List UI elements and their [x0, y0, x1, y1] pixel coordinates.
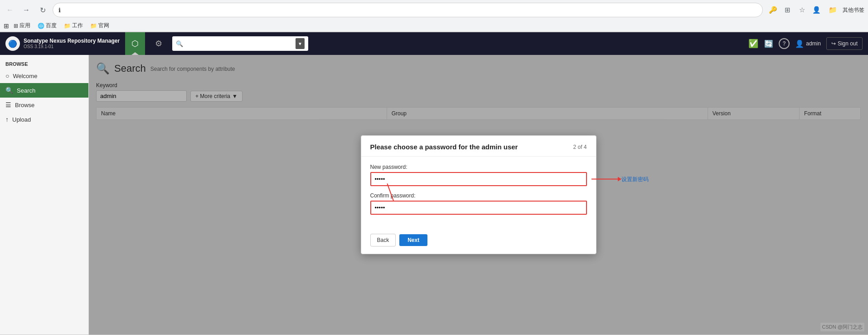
nav-search-bar[interactable]: 🔍 admin ▼ [172, 36, 308, 51]
url-input[interactable]: localhost:8081/#/browse/search=keyword%3… [63, 7, 757, 14]
bookmark-apps[interactable]: ⊞ 应用 [11, 21, 33, 30]
lock-icon: ℹ [58, 7, 61, 14]
sidebar: Browse ○ Welcome 🔍 Search ☰ Browse ↑ Upl… [0, 55, 89, 335]
address-bar[interactable]: ℹ localhost:8081/#/browse/search=keyword… [53, 3, 763, 17]
key-icon-btn[interactable]: 🔑 [766, 4, 779, 16]
bookmark-baidu[interactable]: 🌐 百度 [35, 21, 59, 30]
confirm-password-group: Confirm password: [370, 192, 587, 215]
sidebar-item-browse[interactable]: ☰ Browse [0, 98, 88, 112]
bookmark-star-btn[interactable]: ☆ [795, 4, 808, 16]
app-title: Sonatype Nexus Repository Manager [24, 38, 120, 44]
app-layout: 🔵 Sonatype Nexus Repository Manager OSS … [0, 32, 868, 335]
translate-icon-btn[interactable]: ⊞ [781, 4, 794, 16]
app-version: OSS 3.19.1-01 [24, 44, 120, 49]
cube-icon: ⬡ [131, 39, 139, 49]
user-menu[interactable]: 👤 admin [795, 39, 821, 48]
bookmark-official[interactable]: 📁 官网 [87, 21, 112, 30]
baidu-icon: 🌐 [38, 23, 44, 29]
nav-search-input[interactable]: admin [185, 40, 294, 47]
new-password-input[interactable] [370, 172, 587, 186]
modal-title: Please choose a password for the admin u… [370, 143, 518, 151]
signout-button[interactable]: ↪ Sign out [826, 37, 863, 50]
status-icon: ✅ [748, 38, 759, 49]
signout-icon: ↪ [831, 40, 836, 47]
next-button-modal[interactable]: Next [399, 234, 427, 246]
reload-button[interactable]: ↻ [36, 4, 49, 16]
password-modal: Please choose a password for the admin u… [361, 135, 596, 254]
confirm-password-label: Confirm password: [370, 192, 587, 199]
apps-bookmark-icon: ⊞ [14, 23, 18, 29]
browser-chrome: ← → ↻ ℹ localhost:8081/#/browse/search=k… [0, 0, 868, 32]
app-title-block: Sonatype Nexus Repository Manager OSS 3.… [24, 38, 120, 49]
new-password-group: New password: 设置新密码 [370, 164, 587, 186]
sidebar-item-welcome[interactable]: ○ Welcome [0, 69, 88, 83]
nav-cube-button[interactable]: ⬡ [125, 32, 145, 55]
upload-icon: ↑ [5, 116, 9, 123]
search-icon: 🔍 [176, 40, 183, 47]
apps-icon: ⊞ [4, 22, 9, 30]
search-toggle-btn[interactable]: ▼ [296, 38, 305, 49]
confirm-password-wrapper [370, 201, 587, 215]
forward-button[interactable]: → [20, 4, 33, 16]
sidebar-item-upload[interactable]: ↑ Upload [0, 112, 88, 127]
modal-step: 2 of 4 [573, 144, 587, 150]
other-bookmarks-label: 其他书签 [843, 6, 864, 14]
logo-icon: 🔵 [5, 36, 20, 51]
welcome-icon: ○ [5, 72, 9, 79]
modal-header: Please choose a password for the admin u… [361, 136, 596, 157]
profile-icon-btn[interactable]: 👤 [810, 4, 823, 16]
refresh-icon[interactable]: 🔄 [764, 39, 773, 48]
official-icon: 📁 [90, 23, 97, 29]
main-content: Browse ○ Welcome 🔍 Search ☰ Browse ↑ Upl… [0, 55, 868, 335]
bookmark-folder-btn[interactable]: 📁 [826, 4, 839, 16]
new-password-wrapper: 设置新密码 [370, 172, 587, 186]
confirm-password-input[interactable] [370, 201, 587, 215]
settings-button[interactable]: ⚙ [150, 35, 167, 52]
back-button[interactable]: ← [4, 4, 16, 16]
sidebar-section-label: Browse [0, 59, 88, 69]
new-password-label: New password: [370, 164, 587, 170]
help-button[interactable]: ? [779, 38, 790, 49]
browse-icon: ☰ [5, 101, 11, 108]
content-area: 🔍 Search Search for components by attrib… [89, 55, 868, 335]
app-logo: 🔵 Sonatype Nexus Repository Manager OSS … [5, 36, 120, 51]
browser-icons: 🔑 ⊞ ☆ 👤 [766, 4, 823, 16]
modal-body: New password: 设置新密码 [361, 157, 596, 228]
user-icon: 👤 [795, 39, 804, 48]
search-sidebar-icon: 🔍 [5, 87, 13, 94]
new-password-annotation: 设置新密码 [592, 175, 649, 183]
modal-footer: Back Next [361, 228, 596, 254]
modal-overlay: Please choose a password for the admin u… [89, 55, 868, 335]
browser-toolbar: ← → ↻ ℹ localhost:8081/#/browse/search=k… [0, 0, 868, 20]
sidebar-item-search[interactable]: 🔍 Search [0, 83, 88, 98]
annotation-text-1: 设置新密码 [621, 175, 649, 183]
back-button-modal[interactable]: Back [370, 234, 396, 246]
work-icon: 📁 [64, 23, 71, 29]
bookmarks-bar: ⊞ ⊞ 应用 🌐 百度 📁 工作 📁 官网 [0, 20, 868, 32]
bookmark-work[interactable]: 📁 工作 [61, 21, 86, 30]
top-navbar: 🔵 Sonatype Nexus Repository Manager OSS … [0, 32, 868, 55]
